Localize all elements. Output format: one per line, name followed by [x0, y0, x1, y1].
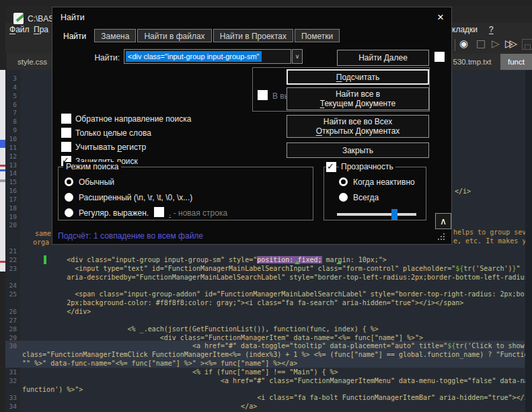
find-field-label: Найти:	[73, 53, 120, 63]
transparency-always-radio[interactable]	[339, 193, 348, 202]
match-case-checkbox[interactable]	[61, 142, 71, 152]
code-line: <% _.each(jsort(GetFunctionList()), func…	[22, 325, 379, 333]
line-number: 31	[5, 368, 17, 376]
editor-scrollbar[interactable]	[525, 70, 532, 412]
chevron-down-icon: ∨	[295, 53, 300, 60]
dot-matches-newline-checkbox[interactable]	[154, 207, 164, 217]
transparency-checkbox[interactable]	[326, 162, 336, 172]
menu-help[interactable]: ?	[489, 25, 494, 34]
resize-grip[interactable]	[443, 239, 445, 240]
code-line: </div>	[22, 307, 91, 316]
find-dialog: Найти × НайтиЗаменаНайти в файлахНайти в…	[52, 7, 452, 245]
record-macro-icon[interactable]: ◉	[459, 38, 468, 50]
dot-matches-newline-label: . - новая строка	[169, 208, 227, 218]
whole-word-checkbox[interactable]	[61, 128, 71, 138]
code-line: class="FunctionManagerItemClick Function…	[22, 350, 532, 359]
line-number: 28	[5, 325, 17, 333]
code-line: <div class="input-group input-group-sm" …	[22, 255, 387, 264]
code-line: <span class="input-group-addon" id="Func…	[22, 290, 532, 298]
line-number: 13	[5, 161, 17, 169]
search-direction-checkbox[interactable]	[434, 52, 445, 62]
line-number: 3	[5, 75, 17, 82]
dialog-tab[interactable]: Найти	[56, 29, 93, 42]
line-number: 9	[5, 126, 17, 134]
mode-extended-label: Расширенный (\n, \r, \t, \0, \x...)	[79, 193, 192, 202]
line-number: 10	[5, 135, 17, 142]
dialog-tab[interactable]: Пометки	[295, 29, 340, 42]
transparency-slider-thumb[interactable]	[391, 209, 397, 220]
find-dropdown-button[interactable]: ∨	[292, 49, 303, 64]
strip-mark	[0, 165, 5, 167]
line-number: 34	[5, 403, 17, 410]
save-macro-icon	[522, 39, 531, 48]
file-tab[interactable]: style.css	[7, 54, 59, 70]
line-number: 32	[5, 377, 17, 384]
line-number: 8	[5, 118, 17, 125]
run-macro-multiple-icon[interactable]: ▷▷	[505, 38, 514, 50]
code-line: <i class="fa fa-bolt FunctionManagerItem…	[22, 393, 532, 402]
file-tab[interactable]: funct	[500, 54, 532, 70]
code-line: <a href="#" data-toggle="tooltip" data-p…	[22, 341, 532, 350]
menu-edit[interactable]: Пра	[34, 25, 48, 34]
code-line: <div class="FunctionManagerItem" data-na…	[22, 333, 423, 342]
transparency-on-inactive-radio[interactable]	[339, 177, 348, 186]
mode-regex-label: Регуляр. выражен.	[79, 208, 149, 218]
play-macro-icon: ▷	[492, 38, 500, 50]
dialog-tab[interactable]: Замена	[94, 29, 136, 42]
dialog-tab[interactable]: Найти в файлах	[137, 29, 211, 42]
line-number: 11	[5, 144, 17, 151]
line-number: 17	[5, 196, 17, 203]
strip-mark	[0, 169, 5, 171]
find-all-current-button[interactable]: Найти все вТекущем Документе	[287, 87, 429, 110]
line-number: 23	[5, 265, 17, 272]
find-next-button[interactable]: Найти Далее	[337, 50, 429, 66]
change-marker	[44, 255, 46, 264]
in-selection-checkbox[interactable]	[258, 90, 268, 100]
count-button[interactable]: Подсчитать	[287, 69, 429, 85]
code-fragment: same	[35, 229, 51, 238]
line-number: 16	[5, 187, 17, 194]
line-number: 7	[5, 109, 17, 116]
dialog-titlebar[interactable]: Найти ×	[52, 7, 451, 29]
find-mark-caret	[336, 261, 342, 264]
screen: C:\BASP Файл Пра Вкладки ? ◉ □ ▷ ▷▷ styl…	[0, 0, 532, 412]
code-fragment: helps to group severa	[453, 228, 532, 237]
find-mark-caret	[295, 261, 300, 264]
strip-mark	[0, 261, 5, 263]
transparency-slider[interactable]	[337, 213, 416, 216]
code-line: "" %>" data-func-name="<%= func["name"] …	[22, 359, 297, 368]
whole-word-label: Только целые слова	[75, 128, 151, 138]
backward-direction-label: Обратное направление поиска	[75, 114, 191, 124]
line-number: 6	[5, 101, 17, 108]
strip-mark	[0, 179, 5, 182]
toolbar-separator	[455, 39, 455, 51]
mode-normal-radio[interactable]	[65, 177, 73, 186]
backward-direction-checkbox[interactable]	[61, 114, 71, 124]
line-number: 15	[5, 178, 17, 186]
line-number: 29	[5, 334, 17, 341]
find-input[interactable]: <div class="input-group input-group-sm"	[124, 49, 291, 64]
background-window-edge	[0, 70, 5, 272]
transparency-title: Прозрачность	[339, 162, 395, 171]
line-number: 4	[5, 83, 17, 91]
search-status-text: Подсчёт: 1 совпадение во всем файле	[58, 231, 203, 241]
search-mode-title: Режим поиска	[63, 162, 121, 171]
collapse-button[interactable]: ∧	[435, 213, 451, 229]
mode-extended-radio[interactable]	[65, 193, 73, 202]
transparency-on-inactive-label: Когда неактивно	[353, 177, 415, 187]
line-number: 21	[5, 247, 17, 255]
find-input-selected-text: <div class="input-group input-group-sm"	[126, 51, 262, 62]
file-tab[interactable]: 530.tmp.txt	[444, 54, 501, 70]
mode-regex-radio[interactable]	[65, 208, 73, 217]
find-all-open-button[interactable]: Найти все во ВсехОткрытых Документах	[287, 115, 429, 138]
menu-file[interactable]: Файл	[9, 25, 30, 34]
line-number: 18	[5, 204, 17, 212]
close-button[interactable]: Закрыть	[287, 142, 429, 158]
close-icon[interactable]: ×	[433, 10, 448, 25]
code-fragment: orga	[33, 238, 49, 247]
line-number: 12	[5, 153, 17, 160]
code-line: 2px;background-color: #f8f8f8;color: gra…	[22, 298, 463, 307]
dialog-title: Найти	[61, 13, 85, 22]
dialog-tab[interactable]: Найти в Проектах	[213, 29, 293, 42]
stop-macro-icon: □	[476, 38, 486, 50]
